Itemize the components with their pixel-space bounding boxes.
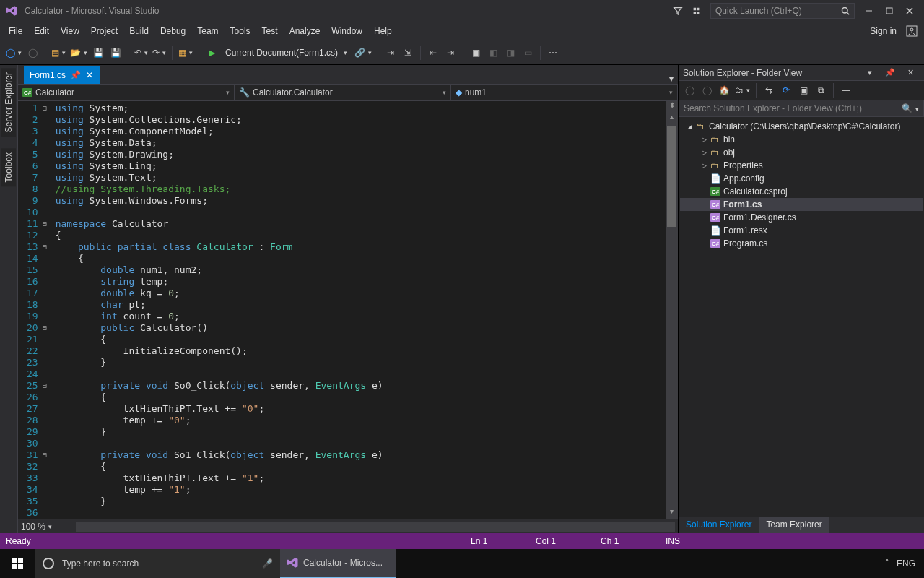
sln-home-button[interactable]: 🏠 — [716, 82, 732, 98]
menu-analyze[interactable]: Analyze — [284, 24, 326, 38]
step-over-button[interactable]: ⇲ — [400, 45, 416, 61]
tree-folder-obj[interactable]: ▷🗀obj — [680, 146, 923, 159]
solution-explorer-title-bar[interactable]: Solution Explorer - Folder View ▾ 📌 ✕ — [679, 65, 924, 81]
sln-refresh-button[interactable]: ⟳ — [778, 82, 794, 98]
code-editor[interactable]: 1 2 3 4 5 6 7 8 9 10 11 12 13 14 15 16 1… — [18, 101, 678, 519]
split-icon[interactable]: ⬍ — [666, 101, 678, 113]
menu-test[interactable]: Test — [256, 24, 284, 38]
menu-team[interactable]: Team — [191, 24, 224, 38]
open-file-button[interactable]: 📂▾ — [69, 45, 89, 61]
svg-rect-6 — [12, 564, 17, 569]
chevron-down-icon[interactable]: ◢ — [686, 123, 693, 130]
toolbar-overflow-button[interactable]: ⋯ — [545, 45, 561, 61]
server-explorer-tab[interactable]: Server Explorer — [1, 68, 16, 137]
vertical-scrollbar[interactable]: ⬍ ▴ ▾ — [666, 101, 678, 519]
solution-config-button[interactable]: ▦▾ — [177, 45, 194, 61]
sln-properties-button[interactable]: — — [838, 82, 854, 98]
sln-back-button[interactable]: ◯ — [681, 82, 697, 98]
csharp-file-icon: C# — [710, 187, 720, 196]
step-into-button[interactable]: ⇥ — [383, 45, 398, 61]
save-all-button[interactable]: 💾 — [108, 45, 123, 61]
solution-tree[interactable]: ◢ 🗀 Calculator (C:\Users\qbap\Desktop\C#… — [679, 117, 924, 517]
menu-project[interactable]: Project — [85, 24, 123, 38]
sln-sync-button[interactable]: ⇆ — [761, 82, 777, 98]
tree-folder-properties[interactable]: ▷🗀Properties — [680, 159, 923, 172]
tree-file-appconfig[interactable]: 📄App.config — [680, 172, 923, 185]
tab-solution-explorer[interactable]: Solution Explorer — [679, 517, 759, 533]
bookmark-next-button[interactable]: ◧ — [485, 45, 501, 61]
sign-in-link[interactable]: Sign in — [864, 24, 902, 38]
sln-switch-view-button[interactable]: 🗂▾ — [733, 82, 751, 98]
autohide-icon[interactable]: 📌 — [882, 65, 898, 81]
mic-icon[interactable]: 🎤 — [262, 558, 273, 569]
taskbar-app-vs[interactable]: Calculator - Micros... — [280, 549, 396, 578]
menu-build[interactable]: Build — [123, 24, 154, 38]
toolbox-tab[interactable]: Toolbox — [1, 148, 16, 186]
filter-icon[interactable] — [670, 3, 686, 19]
undo-button[interactable]: ↶▾ — [133, 45, 149, 61]
menu-edit[interactable]: Edit — [28, 24, 55, 38]
window-position-icon[interactable]: ▾ — [862, 65, 878, 81]
nav-forward-button[interactable]: ◯ — [25, 45, 40, 61]
zoom-level[interactable]: 100 % — [21, 522, 45, 532]
tab-team-explorer[interactable]: Team Explorer — [759, 517, 829, 533]
close-tab-icon[interactable]: ✕ — [84, 70, 95, 80]
sln-showall-button[interactable]: ⧉ — [813, 82, 829, 98]
fold-gutter[interactable]: ⊟ ⊟ ⊟ ⊟ ⊟ ⊟ — [43, 101, 53, 519]
menu-debug[interactable]: Debug — [154, 24, 191, 38]
close-pane-icon[interactable]: ✕ — [902, 65, 918, 81]
zoom-dropdown-icon[interactable]: ▾ — [48, 523, 52, 530]
chevron-right-icon[interactable]: ▷ — [700, 136, 707, 143]
tree-file-program-cs[interactable]: C#Program.cs — [680, 237, 923, 250]
comment-button[interactable]: ▣ — [468, 45, 484, 61]
indent-increase-button[interactable]: ⇥ — [443, 45, 458, 61]
tree-file-csproj[interactable]: C#Calculator.csproj — [680, 185, 923, 198]
document-tab-form1[interactable]: Form1.cs 📌 ✕ — [24, 66, 100, 84]
browser-link-button[interactable]: 🔗▾ — [353, 45, 373, 61]
tree-folder-bin[interactable]: ▷🗀bin — [680, 133, 923, 146]
menu-tools[interactable]: Tools — [225, 24, 256, 38]
chevron-right-icon[interactable]: ▷ — [700, 162, 707, 169]
tree-root[interactable]: ◢ 🗀 Calculator (C:\Users\qbap\Desktop\C#… — [680, 120, 923, 133]
close-button[interactable] — [899, 3, 920, 19]
bookmark-clear-button[interactable]: ▭ — [520, 45, 536, 61]
sln-collapse-button[interactable]: ▣ — [796, 82, 811, 98]
pin-icon[interactable]: 📌 — [70, 70, 80, 80]
quick-launch-input[interactable]: Quick Launch (Ctrl+Q) — [710, 3, 855, 19]
indent-decrease-button[interactable]: ⇤ — [425, 45, 441, 61]
nav-member-dropdown[interactable]: ◆ num1 ▾ — [451, 85, 678, 100]
start-debug-button[interactable]: ▶ — [204, 45, 219, 61]
menu-file[interactable]: File — [3, 24, 28, 38]
menu-window[interactable]: Window — [326, 24, 368, 38]
redo-button[interactable]: ↷▾ — [151, 45, 167, 61]
chevron-right-icon[interactable]: ▷ — [700, 149, 707, 156]
tree-file-form1-cs[interactable]: C#Form1.cs — [680, 198, 923, 211]
new-project-button[interactable]: ▤▾ — [50, 45, 67, 61]
tray-language[interactable]: ENG — [897, 558, 915, 569]
account-icon[interactable] — [904, 23, 920, 39]
solution-explorer-search[interactable]: Search Solution Explorer - Folder View (… — [679, 100, 924, 117]
notifications-icon[interactable] — [689, 3, 705, 19]
tab-overflow-icon[interactable]: ▾ — [665, 74, 678, 84]
bookmark-prev-button[interactable]: ◨ — [502, 45, 518, 61]
minimize-button[interactable] — [859, 3, 879, 19]
tray-chevron-up-icon[interactable]: ˄ — [885, 558, 889, 569]
save-button[interactable]: 💾 — [90, 45, 106, 61]
start-button[interactable] — [0, 549, 35, 578]
sln-forward-button[interactable]: ◯ — [699, 82, 715, 98]
editor-pane: Form1.cs 📌 ✕ ▾ C# Calculator ▾ 🔧 Calcula… — [18, 65, 679, 533]
maximize-button[interactable] — [879, 3, 899, 19]
menu-view[interactable]: View — [55, 24, 85, 38]
cortana-search[interactable]: Type here to search 🎤 — [35, 549, 280, 578]
scroll-thumb[interactable] — [667, 126, 676, 227]
tree-file-form1-resx[interactable]: 📄Form1.resx — [680, 224, 923, 237]
code-text[interactable]: using System; using System.Collections.G… — [53, 101, 666, 519]
tree-file-form1-designer[interactable]: C#Form1.Designer.cs — [680, 211, 923, 224]
nav-class-dropdown[interactable]: 🔧 Calculator.Calculator ▾ — [235, 85, 451, 100]
nav-back-button[interactable]: ◯▾ — [4, 45, 23, 61]
solution-explorer-title: Solution Explorer - Folder View — [683, 68, 802, 78]
nav-namespace-dropdown[interactable]: C# Calculator ▾ — [18, 85, 235, 100]
horizontal-scrollbar[interactable] — [76, 522, 675, 532]
debug-target-dropdown[interactable]: Current Document(Form1.cs)▾ — [221, 48, 352, 58]
menu-help[interactable]: Help — [368, 24, 398, 38]
